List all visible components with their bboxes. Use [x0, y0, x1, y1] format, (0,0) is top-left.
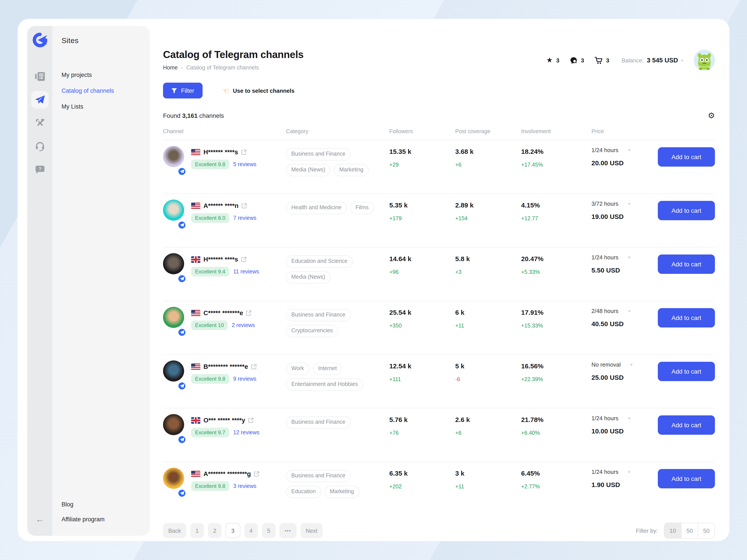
category-chip: Marketing: [325, 486, 359, 498]
add-to-cart-button[interactable]: Add to cart: [658, 255, 715, 274]
channel-avatar[interactable]: [163, 307, 184, 328]
channel-name-line: C***** *******e: [191, 309, 255, 316]
channel-name[interactable]: B******** ******e: [203, 363, 248, 370]
avatar-wrap: [163, 200, 185, 231]
sidebar-item-my-projects[interactable]: My projects: [61, 72, 150, 78]
channel-name[interactable]: C***** *******e: [203, 309, 243, 316]
pagination-next-button[interactable]: Next: [300, 523, 323, 538]
favorites-counter[interactable]: ★ 3: [546, 57, 559, 64]
pagination: Back 12345 ••• Next Filter by: 105050: [163, 523, 715, 538]
pagination-back-button[interactable]: Back: [163, 523, 186, 538]
channel-name[interactable]: H****** ****s: [203, 149, 238, 156]
external-link-icon[interactable]: [248, 417, 254, 423]
reviews-link[interactable]: 11 reviews: [233, 269, 259, 275]
reviews-link[interactable]: 12 reviews: [233, 429, 259, 436]
price-option-dropdown[interactable]: 1/24 hours ▾: [591, 147, 658, 153]
country-flag-icon: [191, 149, 200, 155]
pagination-page-5[interactable]: 5: [262, 523, 276, 538]
pagination-page-1[interactable]: 1: [190, 523, 204, 538]
page-size-option-1[interactable]: 50: [681, 523, 698, 538]
external-link-icon[interactable]: [242, 203, 247, 208]
price-option-dropdown[interactable]: 1/24 hours ▾: [591, 254, 658, 261]
pagination-page-4[interactable]: 4: [244, 523, 258, 538]
coverage-delta: +11: [455, 323, 521, 329]
price-option-dropdown[interactable]: 1/24 hours ▾: [591, 468, 658, 475]
channel-name[interactable]: A******* ********g: [203, 470, 251, 477]
price-value: 20.00 USD: [591, 159, 658, 167]
star-icon: ★: [546, 57, 553, 64]
external-link-icon[interactable]: [251, 364, 256, 369]
column-header-followers: Followers: [389, 128, 455, 134]
sidebar-item-affiliate-program[interactable]: Affiliate program: [61, 516, 150, 523]
cart-counter[interactable]: 3: [594, 56, 609, 64]
sidebar-item-faq[interactable]: ?: [31, 161, 49, 178]
reviews-link[interactable]: 5 reviews: [233, 161, 256, 168]
telegram-badge-icon: [178, 435, 186, 444]
faq-chat-icon: ?: [35, 166, 44, 174]
reviews-link[interactable]: 7 reviews: [233, 215, 256, 221]
channel-avatar[interactable]: [163, 146, 184, 167]
channel-avatar[interactable]: [163, 253, 184, 274]
page-size-option-2[interactable]: 50: [698, 523, 715, 538]
add-to-cart-button[interactable]: Add to cart: [658, 147, 715, 167]
country-flag-icon: [191, 256, 200, 263]
price-option-dropdown[interactable]: 3/72 hours ▾: [591, 200, 658, 207]
external-link-icon[interactable]: [254, 471, 259, 477]
sidebar-item-projects[interactable]: [31, 68, 49, 85]
channel-name[interactable]: O*** ***** ****y: [203, 417, 245, 424]
pagination-page-3[interactable]: 3: [226, 523, 240, 538]
pagination-ellipsis[interactable]: •••: [280, 523, 297, 538]
sidebar-item-my-lists[interactable]: My Lists: [61, 103, 150, 110]
reviews-link[interactable]: 2 reviews: [232, 322, 255, 328]
add-to-cart-button[interactable]: Add to cart: [658, 308, 715, 328]
filter-button[interactable]: Filter: [163, 83, 203, 99]
column-header-involvement: Involvement: [521, 128, 591, 134]
add-to-cart-button[interactable]: Add to cart: [658, 201, 715, 220]
external-link-icon[interactable]: [241, 257, 247, 262]
price-option-dropdown[interactable]: 1/24 hours ▾: [591, 415, 658, 422]
external-link-icon[interactable]: [246, 310, 252, 315]
breadcrumb-home[interactable]: Home: [163, 65, 178, 71]
table-row: A******* ********g Excellent 9.8 3 revie…: [163, 462, 715, 516]
external-link-icon[interactable]: [241, 149, 247, 155]
add-to-cart-button[interactable]: Add to cart: [658, 415, 715, 435]
pagination-page-2[interactable]: 2: [208, 523, 222, 538]
chevron-down-icon[interactable]: ▾: [681, 58, 683, 62]
telegram-badge-icon: [178, 382, 186, 390]
page-size-option-0[interactable]: 10: [664, 523, 681, 538]
channel-avatar[interactable]: [163, 468, 184, 489]
channel-info: H****** ****s Excellent 9.8 5 reviews: [191, 146, 256, 194]
channel-name[interactable]: A****** ****n: [203, 202, 239, 209]
reviews-link[interactable]: 3 reviews: [233, 483, 256, 489]
sidebar-item-blog[interactable]: Blog: [61, 501, 150, 508]
category-chips: Business and FinanceEducationMarketing: [286, 462, 389, 516]
price-option-dropdown[interactable]: 2/48 hours ▾: [591, 308, 658, 314]
category-chip: Health and Medicine: [286, 202, 347, 214]
sidebar-item-support[interactable]: [31, 137, 49, 155]
sidebar-collapse-button[interactable]: ←: [27, 514, 52, 525]
channel-avatar[interactable]: [163, 414, 184, 435]
price-option-value: 1/24 hours: [591, 254, 618, 261]
sidebar-item-catalog-of-channels[interactable]: Catalog of channels: [61, 87, 150, 94]
rating-badge: Excellent 10: [191, 321, 228, 330]
chat-counter[interactable]: 3: [570, 56, 584, 64]
channel-cell: C***** *******e Excellent 10 2 reviews: [163, 301, 286, 354]
sidebar-item-catalog[interactable]: [31, 91, 49, 108]
channel-avatar[interactable]: [163, 200, 184, 221]
price-option-dropdown[interactable]: No removal ▾: [591, 361, 658, 368]
avatar-wrap: [163, 468, 185, 499]
balance: Balance: 3 545 USD ▾: [622, 57, 683, 64]
reviews-link[interactable]: 9 reviews: [233, 376, 256, 382]
rating-badge: Excellent 9.8: [191, 159, 229, 169]
user-avatar[interactable]: [694, 50, 715, 71]
app-logo[interactable]: [31, 32, 48, 48]
brand-title: Sites: [61, 36, 150, 45]
table-settings-gear-icon[interactable]: ⚙: [708, 112, 715, 120]
channel-avatar[interactable]: [163, 360, 184, 382]
add-to-cart-button[interactable]: Add to cart: [658, 469, 715, 488]
coverage-delta: +3: [455, 269, 521, 275]
sidebar-item-tools[interactable]: [31, 114, 49, 132]
add-to-cart-button[interactable]: Add to cart: [658, 362, 715, 381]
channel-name[interactable]: H****** ****s: [203, 256, 238, 263]
followers-delta: +202: [389, 484, 455, 490]
